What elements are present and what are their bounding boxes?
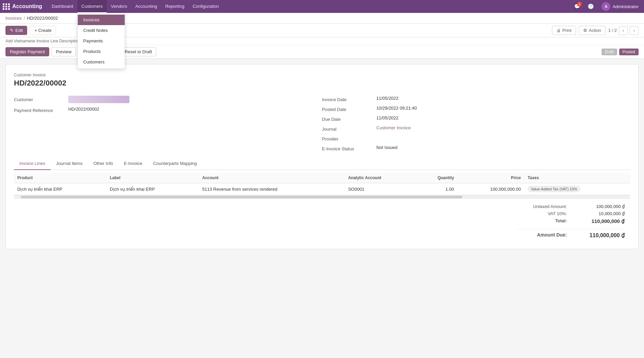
untaxed-amount-label: Untaxed Amount: [533,204,567,209]
preview-button[interactable]: Preview [51,47,76,56]
provider-label: Provider [322,135,376,142]
invoice-date-label: Invoice Date [322,96,376,102]
posted-date-value: 10/29/2022 09:21:40 [376,106,630,111]
tabs-bar: Invoice Lines Journal Items Other Info E… [14,157,630,170]
dropdown-customers[interactable]: Customers [78,57,125,67]
due-date-label: Due Date [322,115,376,122]
clock-icon[interactable]: 🕐 [585,1,596,12]
journal-row: Journal Customer Invoice [322,125,630,132]
grid-icon [3,3,10,10]
action-button[interactable]: ⚙ Action [579,26,606,35]
info-message: Add Vietnamese Invoice Line Description [5,39,80,43]
posted-date-label: Posted Date [322,106,376,112]
edit-icon: ✎ [10,28,14,33]
nav-customers[interactable]: Customers [77,0,107,13]
reset-to-draft-button[interactable]: Reset to Draft [120,47,156,56]
provider-row: Provider [322,135,630,142]
brand: Accounting [3,3,42,10]
breadcrumb-parent[interactable]: Invoices [5,16,22,21]
cell-price: 100,000,000.00 [458,183,524,195]
cell-analytic-account: SO0001 [345,183,416,195]
col-taxes: Taxes [524,173,630,183]
payment-reference-value: HD/2022/00002 [68,107,322,112]
navbar: Accounting Dashboard Customers Vendors A… [0,0,644,13]
notification-badge: 1 [577,2,582,6]
vat-value: 10,000,000 ₫ [580,211,625,216]
due-date-value: 11/05/2022 [376,115,630,120]
edit-button[interactable]: ✎ Edit [5,26,27,35]
tab-journal-items[interactable]: Journal Items [51,157,88,170]
scroll-thumb[interactable] [21,196,462,199]
cell-quantity: 1.00 [416,183,457,195]
nav-vendors[interactable]: Vendors [107,0,131,13]
pager-text: 1 / 2 [608,28,617,33]
einvoice-status-label: E-Invoice Status [322,145,376,151]
col-label: Label [106,173,199,183]
dropdown-products[interactable]: Products [78,46,125,57]
cell-product: Dịch vụ triển khai ERP [14,183,106,195]
total-row: Total: 110,000,000 ₫ [516,218,625,224]
avatar: A [602,2,610,11]
user-name: Administrator [612,4,639,9]
tax-badge: Value Added Tax (VAT) 10% [528,186,580,192]
dropdown-invoices[interactable]: Invoices [78,15,125,25]
cell-account: 5113 Revenue from services rendered [199,183,345,195]
navbar-right: 💬 1 🕐 A Administrator [572,1,641,12]
dropdown-payments[interactable]: Payments [78,36,125,46]
tab-invoice-lines[interactable]: Invoice Lines [14,157,51,170]
messages-icon[interactable]: 💬 1 [572,1,583,12]
breadcrumb-separator: / [24,16,25,21]
main-content: Customer Invoice HD/2022/00002 Customer … [0,64,644,249]
form-grid: Customer Payment Reference HD/2022/00002… [14,96,630,155]
customer-field-blurred[interactable] [68,96,129,103]
col-account: Account [199,173,345,183]
col-product: Product [14,173,106,183]
payment-reference-label: Payment Reference [14,107,68,113]
nav-reporting[interactable]: Reporting [161,0,189,13]
nav-configuration[interactable]: Configuration [189,0,223,13]
journal-label: Journal [322,125,376,132]
amount-due-value: 110,000,000 ₫ [580,232,625,239]
vat-label: VAT 10%: [548,211,567,216]
brand-label: Accounting [12,3,42,10]
total-label: Total: [555,218,567,224]
col-price: Price [458,173,524,183]
pager-next[interactable]: › [630,26,639,35]
customer-value [68,96,322,103]
print-icon: 🖨 [556,28,561,33]
einvoice-status-row: E-Invoice Status Not Issued [322,145,630,151]
breadcrumb-current: HD/2022/00002 [27,16,58,21]
gear-icon: ⚙ [583,28,587,33]
nav-accounting[interactable]: Accounting [131,0,161,13]
tab-counterparts-mapping[interactable]: Counterparts Mapping [148,157,202,170]
form-left: Customer Payment Reference HD/2022/00002 [14,96,322,155]
payment-reference-row: Payment Reference HD/2022/00002 [14,107,322,113]
create-button[interactable]: + Create [30,26,56,35]
journal-link[interactable]: Customer Invoice [376,125,411,130]
nav-dashboard[interactable]: Dashboard [48,0,77,13]
posted-date-row: Posted Date 10/29/2022 09:21:40 [322,106,630,112]
untaxed-amount-row: Untaxed Amount: 100,000,000 ₫ [516,204,625,209]
status-posted: Posted [619,49,639,55]
tab-e-invoice[interactable]: E-Invoice [119,157,148,170]
amount-due-label: Amount Due: [537,232,567,239]
col-quantity: Quantity [416,173,457,183]
user-menu[interactable]: A Administrator [599,2,641,11]
print-button[interactable]: 🖨 Print [552,26,576,35]
scroll-bar[interactable] [14,195,630,199]
invoice-date-value: 11/05/2022 [376,96,630,101]
col-analytic-account: Analytic Account [345,173,416,183]
invoice-date-row: Invoice Date 11/05/2022 [322,96,630,102]
register-payment-button[interactable]: Register Payment [5,47,49,56]
pager-prev[interactable]: ‹ [619,26,628,35]
due-date-row: Due Date 11/05/2022 [322,115,630,122]
cell-label: Dịch vụ triển khai ERP [106,183,199,195]
dropdown-credit-notes[interactable]: Credit Notes [78,25,125,36]
untaxed-amount-value: 100,000,000 ₫ [580,204,625,209]
customers-dropdown: Invoices Credit Notes Payments Products … [77,13,125,69]
status-badges: Draft Posted [602,49,639,55]
form-card: Customer Invoice HD/2022/00002 Customer … [5,64,639,249]
vat-row: VAT 10%: 10,000,000 ₫ [516,211,625,216]
amount-due-row: Amount Due: 110,000,000 ₫ [516,229,625,239]
tab-other-info[interactable]: Other Info [88,157,119,170]
